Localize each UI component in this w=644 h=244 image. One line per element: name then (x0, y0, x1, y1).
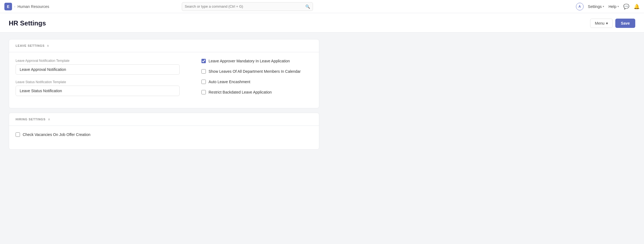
leave-approval-field-group: Leave Approval Notification Template (16, 59, 180, 75)
chat-icon[interactable]: 💬 (623, 4, 629, 10)
auto-leave-encashment-label: Auto Leave Encashment (209, 80, 250, 84)
checkbox-check-vacancies: Check Vacancies On Job Offer Creation (16, 132, 180, 137)
leave-settings-left: Leave Approval Notification Template Lea… (16, 59, 180, 101)
search-icon: 🔍 (305, 4, 310, 9)
avatar[interactable]: A (576, 3, 584, 10)
leave-settings-title: LEAVE SETTINGS (16, 44, 45, 47)
menu-caret-icon: ▾ (606, 21, 608, 25)
hiring-settings-toggle-icon: ∧ (48, 117, 50, 121)
help-label: Help (608, 4, 616, 9)
restrict-backdated-label: Restrict Backdated Leave Application (209, 90, 272, 94)
checkbox-auto-leave-encashment: Auto Leave Encashment (201, 80, 312, 84)
auto-leave-encashment-checkbox[interactable] (201, 80, 206, 84)
restrict-backdated-checkbox[interactable] (201, 90, 206, 94)
leave-status-field-group: Leave Status Notification Template (16, 80, 180, 96)
search-bar[interactable]: 🔍 (182, 2, 313, 11)
page-title: HR Settings (9, 19, 46, 27)
save-button[interactable]: Save (615, 19, 635, 28)
hiring-settings-title: HIRING SETTINGS (16, 118, 46, 121)
check-vacancies-label: Check Vacancies On Job Offer Creation (23, 132, 90, 137)
top-navigation: E › Human Resources 🔍 A Settings ▾ Help … (0, 0, 644, 13)
top-nav-right: A Settings ▾ Help ▾ 💬 🔔 (576, 3, 640, 10)
leave-settings-card: LEAVE SETTINGS ∧ Leave Approval Notifica… (9, 39, 319, 108)
leave-settings-body: Leave Approval Notification Template Lea… (9, 52, 319, 108)
menu-button-label: Menu (595, 21, 604, 25)
help-menu[interactable]: Help ▾ (608, 4, 619, 9)
menu-button[interactable]: Menu ▾ (590, 19, 613, 28)
page-actions: Menu ▾ Save (590, 19, 635, 28)
leave-status-input[interactable] (16, 86, 180, 96)
leave-status-label: Leave Status Notification Template (16, 80, 180, 84)
leave-settings-toggle-icon: ∧ (47, 44, 49, 48)
app-logo: E (4, 3, 12, 10)
leave-settings-header[interactable]: LEAVE SETTINGS ∧ (9, 39, 319, 52)
breadcrumb-item[interactable]: Human Resources (17, 4, 49, 9)
hiring-settings-card: HIRING SETTINGS ∧ Check Vacancies On Job… (9, 113, 319, 150)
notification-icon[interactable]: 🔔 (634, 4, 640, 10)
leave-approval-label: Leave Approval Notification Template (16, 59, 180, 63)
check-vacancies-checkbox[interactable] (16, 132, 20, 137)
show-leaves-calendar-checkbox[interactable] (201, 69, 206, 74)
settings-caret-icon: ▾ (603, 5, 604, 8)
leave-approver-mandatory-label: Leave Approver Mandatory In Leave Applic… (209, 59, 290, 63)
hiring-settings-body: Check Vacancies On Job Offer Creation (9, 126, 319, 149)
checkbox-leave-approver-mandatory: Leave Approver Mandatory In Leave Applic… (201, 59, 312, 63)
settings-label: Settings (588, 4, 602, 9)
hiring-settings-header[interactable]: HIRING SETTINGS ∧ (9, 113, 319, 126)
leave-approver-mandatory-checkbox[interactable] (201, 59, 206, 63)
search-input[interactable] (185, 4, 305, 8)
settings-menu[interactable]: Settings ▾ (588, 4, 604, 9)
main-content: LEAVE SETTINGS ∧ Leave Approval Notifica… (0, 33, 328, 161)
checkbox-restrict-backdated: Restrict Backdated Leave Application (201, 90, 312, 94)
help-caret-icon: ▾ (617, 5, 619, 8)
page-header: HR Settings Menu ▾ Save (0, 13, 644, 33)
breadcrumb-separator: › (14, 5, 15, 8)
show-leaves-calendar-label: Show Leaves Of All Department Members In… (209, 69, 301, 74)
hiring-settings-left: Check Vacancies On Job Offer Creation (16, 132, 180, 143)
leave-settings-right: Leave Approver Mandatory In Leave Applic… (201, 59, 312, 101)
checkbox-show-leaves-calendar: Show Leaves Of All Department Members In… (201, 69, 312, 74)
leave-approval-input[interactable] (16, 64, 180, 75)
